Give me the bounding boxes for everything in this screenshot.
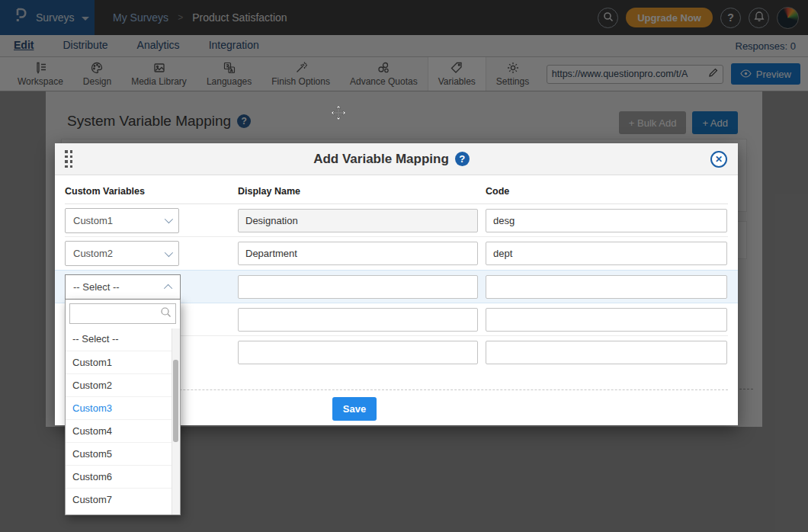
code-input-5[interactable] <box>486 341 727 364</box>
variable-select-1-value: Custom1 <box>73 215 113 226</box>
mapping-row-1: Custom1 <box>65 204 728 237</box>
display-name-input-4[interactable] <box>238 308 478 332</box>
variable-select-3[interactable]: -- Select -- <box>65 274 181 300</box>
save-button[interactable]: Save <box>332 397 377 421</box>
app-window: Surveys My Surveys > Product Satisfactio… <box>0 0 808 532</box>
variable-select-1[interactable]: Custom1 <box>65 208 179 233</box>
search-icon <box>160 306 175 321</box>
chevron-up-icon <box>164 284 172 292</box>
dropdown-search-box[interactable] <box>69 303 176 324</box>
display-name-input-1[interactable] <box>238 209 478 232</box>
display-name-input-2[interactable] <box>238 242 478 265</box>
dropdown-scrollbar-thumb[interactable] <box>173 360 178 442</box>
dropdown-option-custom5[interactable]: Custom5 <box>66 442 172 465</box>
display-name-input-5[interactable] <box>238 341 478 364</box>
modal-header: Add Variable Mapping ? ✕ <box>55 143 738 175</box>
variable-select-3-value: -- Select -- <box>73 281 120 293</box>
dropdown-search-input[interactable] <box>70 308 160 319</box>
dropdown-panel: -- Select -- Custom1 Custom2 Custom3 Cus… <box>65 300 181 515</box>
drag-handle-icon[interactable] <box>65 150 72 168</box>
modal-title: Add Variable Mapping <box>313 152 449 167</box>
close-icon[interactable]: ✕ <box>710 151 727 168</box>
mapping-row-2: Custom2 <box>65 237 728 270</box>
dropdown-options-list: -- Select -- Custom1 Custom2 Custom3 Cus… <box>66 328 172 511</box>
modal-body: Custom Variables Display Name Code Custo… <box>55 175 738 421</box>
column-header-custom-variables: Custom Variables <box>65 186 179 197</box>
display-name-input-3[interactable] <box>238 275 478 299</box>
code-input-2[interactable] <box>486 242 727 265</box>
add-variable-mapping-modal: Add Variable Mapping ? ✕ Custom Variable… <box>55 143 738 425</box>
column-header-display-name: Display Name <box>238 186 478 197</box>
modal-help-icon[interactable]: ? <box>455 152 470 166</box>
code-input-1[interactable] <box>486 209 727 232</box>
dropdown-option-custom1[interactable]: Custom1 <box>66 351 172 373</box>
dropdown-option-custom3[interactable]: Custom3 <box>66 396 172 419</box>
dropdown-option-custom2[interactable]: Custom2 <box>66 373 172 396</box>
variable-dropdown-open: -- Select -- -- Select -- Cu <box>65 274 181 515</box>
dropdown-option-custom6[interactable]: Custom6 <box>66 465 172 488</box>
dropdown-scrollbar-track[interactable] <box>172 328 180 514</box>
variable-select-2[interactable]: Custom2 <box>65 241 179 266</box>
chevron-down-icon <box>165 248 173 256</box>
dropdown-option-custom4[interactable]: Custom4 <box>66 419 172 442</box>
column-header-code: Code <box>486 186 727 197</box>
variable-select-2-value: Custom2 <box>73 248 113 259</box>
dropdown-option-select[interactable]: -- Select -- <box>66 328 172 351</box>
column-headers: Custom Variables Display Name Code <box>65 175 728 204</box>
code-input-3[interactable] <box>486 275 727 299</box>
code-input-4[interactable] <box>486 308 727 332</box>
dropdown-option-custom7[interactable]: Custom7 <box>66 488 172 511</box>
move-cursor-icon <box>330 104 347 124</box>
chevron-down-icon <box>165 215 173 223</box>
